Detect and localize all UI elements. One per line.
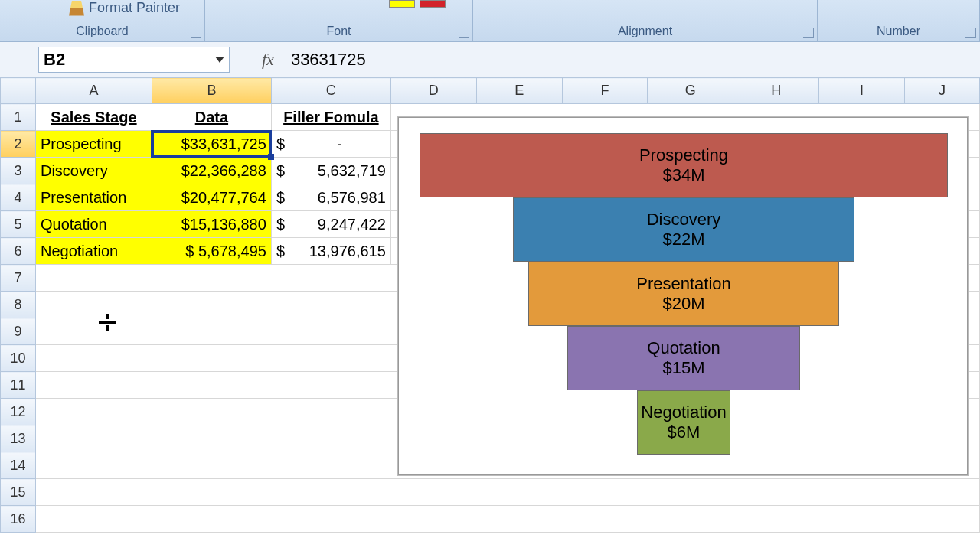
- brush-icon: [69, 1, 84, 16]
- cell[interactable]: [35, 479, 979, 506]
- ribbon-group-label: Font: [326, 24, 351, 38]
- row-header[interactable]: 12: [1, 399, 36, 425]
- cell-A1[interactable]: Sales Stage: [35, 104, 152, 131]
- ribbon-group-number: Number: [818, 0, 980, 41]
- funnel-label: Discovery: [647, 210, 721, 230]
- dialog-launcher-icon[interactable]: [191, 28, 201, 38]
- ribbon: Format Painter Clipboard Font Alignment …: [0, 0, 980, 42]
- chevron-down-icon[interactable]: [215, 57, 224, 63]
- cell-B5[interactable]: $15,136,880: [152, 211, 271, 238]
- cell-B6[interactable]: $ 5,678,495: [152, 238, 271, 265]
- funnel-value: $22M: [662, 230, 704, 249]
- col-header-J[interactable]: J: [905, 78, 980, 104]
- select-all-corner[interactable]: [1, 78, 36, 104]
- col-header-E[interactable]: E: [476, 78, 562, 104]
- fx-icon[interactable]: fx: [262, 50, 274, 70]
- col-header-D[interactable]: D: [390, 78, 476, 104]
- formula-value: 33631725: [291, 50, 366, 69]
- funnel-label: Negotiation: [641, 403, 726, 422]
- color-swatches: [389, 0, 446, 8]
- cell-C6[interactable]: $13,976,615: [271, 238, 390, 265]
- row-15[interactable]: 15: [1, 479, 980, 506]
- cell-B4[interactable]: $20,477,764: [152, 184, 271, 211]
- funnel-bar: Negotiation$6M: [637, 390, 730, 455]
- format-painter-label: Format Painter: [89, 0, 180, 16]
- funnel-label: Quotation: [647, 338, 720, 358]
- cell-C1[interactable]: Filler Fomula: [271, 104, 390, 131]
- ribbon-group-alignment: Alignment: [473, 0, 818, 41]
- funnel-bar: Presentation$20M: [528, 262, 839, 326]
- ribbon-group-clipboard: Format Painter Clipboard: [0, 0, 205, 41]
- cell-B2[interactable]: $33,631,725: [152, 131, 271, 158]
- row-header[interactable]: 11: [1, 372, 36, 399]
- col-header-A[interactable]: A: [35, 78, 152, 104]
- cancel-icon[interactable]: [240, 54, 253, 66]
- funnel-label: Presentation: [636, 274, 731, 294]
- row-header[interactable]: 8: [1, 292, 36, 318]
- funnel-value: $6M: [668, 422, 701, 442]
- col-header-F[interactable]: F: [562, 78, 648, 104]
- funnel-bar: Quotation$15M: [567, 326, 800, 390]
- ribbon-group-label: Alignment: [618, 24, 672, 38]
- col-header-C[interactable]: C: [271, 78, 390, 104]
- column-headers[interactable]: A B C D E F G H I J: [1, 78, 980, 104]
- name-box-value: B2: [44, 50, 65, 70]
- col-header-I[interactable]: I: [819, 78, 905, 104]
- row-header[interactable]: 10: [1, 345, 36, 372]
- ribbon-group-font: Font: [205, 0, 473, 41]
- row-header[interactable]: 15: [1, 479, 36, 506]
- dialog-launcher-icon[interactable]: [803, 28, 814, 38]
- ribbon-group-label: Number: [877, 24, 920, 38]
- funnel-bar: Discovery$22M: [513, 197, 854, 262]
- formula-bar: B2 fx 33631725: [0, 42, 980, 77]
- cell-A5[interactable]: Quotation: [35, 211, 152, 238]
- worksheet[interactable]: A B C D E F G H I J 1 Sales Stage Data F…: [0, 77, 980, 551]
- col-header-H[interactable]: H: [733, 78, 819, 104]
- cell-A2[interactable]: Prospecting: [35, 131, 152, 158]
- row-header[interactable]: 13: [1, 425, 36, 452]
- cell[interactable]: [35, 506, 979, 533]
- funnel-value: $34M: [662, 165, 704, 185]
- ribbon-group-label: Clipboard: [76, 24, 128, 38]
- formula-input[interactable]: 33631725: [285, 50, 980, 70]
- row-header[interactable]: 3: [1, 158, 36, 184]
- funnel-chart[interactable]: Prospecting$34MDiscovery$22MPresentation…: [398, 117, 968, 475]
- name-box[interactable]: B2: [38, 47, 230, 73]
- font-color-red-icon[interactable]: [420, 0, 446, 8]
- funnel-bar: Prospecting$34M: [420, 133, 948, 197]
- format-painter-button[interactable]: Format Painter: [69, 0, 180, 16]
- funnel-label: Prospecting: [639, 145, 728, 165]
- row-16[interactable]: 16: [1, 506, 980, 533]
- cell-A3[interactable]: Discovery: [35, 158, 152, 184]
- row-header[interactable]: 1: [1, 104, 36, 131]
- row-header[interactable]: 14: [1, 452, 36, 479]
- cell-B3[interactable]: $22,366,288: [152, 158, 271, 184]
- funnel-value: $20M: [662, 294, 704, 314]
- cell-A6[interactable]: Negotiation: [35, 238, 152, 265]
- col-header-B[interactable]: B: [152, 78, 271, 104]
- cell-C4[interactable]: $6,576,981: [271, 184, 390, 211]
- cell-C3[interactable]: $5,632,719: [271, 158, 390, 184]
- row-header[interactable]: 6: [1, 238, 36, 265]
- dialog-launcher-icon[interactable]: [459, 28, 469, 38]
- col-header-G[interactable]: G: [648, 78, 733, 104]
- cell-B1[interactable]: Data: [152, 104, 271, 131]
- cell-A4[interactable]: Presentation: [35, 184, 152, 211]
- dialog-launcher-icon[interactable]: [965, 28, 976, 38]
- highlight-yellow-icon[interactable]: [389, 0, 415, 8]
- row-header[interactable]: 16: [1, 506, 36, 533]
- row-header[interactable]: 9: [1, 318, 36, 345]
- cell-C5[interactable]: $9,247,422: [271, 211, 390, 238]
- cell-C2[interactable]: $-: [271, 131, 390, 158]
- row-header[interactable]: 5: [1, 211, 36, 238]
- row-header[interactable]: 2: [1, 131, 36, 158]
- row-header[interactable]: 7: [1, 265, 36, 292]
- row-header[interactable]: 4: [1, 184, 36, 211]
- funnel-value: $15M: [662, 358, 704, 378]
